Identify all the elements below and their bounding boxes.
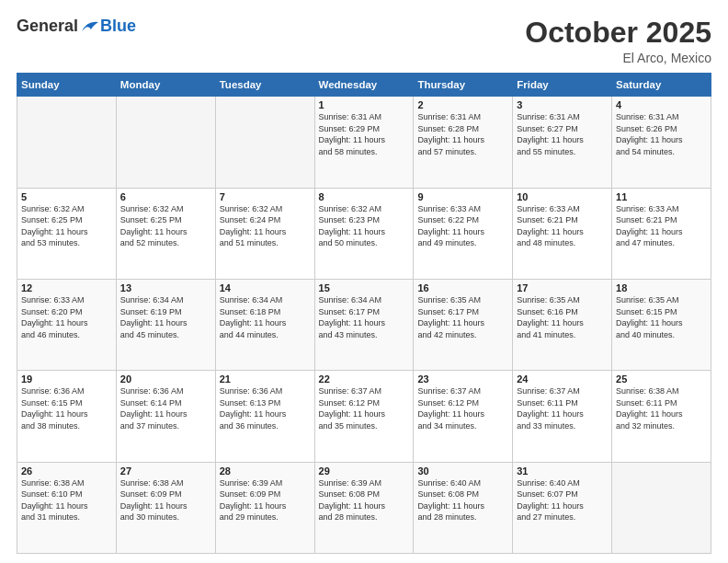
day-info: Sunrise: 6:33 AM Sunset: 6:21 PM Dayligh…	[517, 203, 608, 249]
page: General Blue October 2025 El Arco, Mexic…	[0, 0, 728, 563]
col-monday: Monday	[116, 74, 215, 97]
day-info: Sunrise: 6:36 AM Sunset: 6:14 PM Dayligh…	[120, 385, 211, 431]
day-info: Sunrise: 6:32 AM Sunset: 6:25 PM Dayligh…	[21, 203, 112, 249]
day-info: Sunrise: 6:36 AM Sunset: 6:13 PM Dayligh…	[220, 385, 311, 431]
day-cell-17: 15Sunrise: 6:34 AM Sunset: 6:17 PM Dayli…	[314, 279, 414, 370]
day-info: Sunrise: 6:38 AM Sunset: 6:11 PM Dayligh…	[616, 385, 707, 431]
day-info: Sunrise: 6:39 AM Sunset: 6:09 PM Dayligh…	[220, 477, 311, 523]
day-info: Sunrise: 6:35 AM Sunset: 6:17 PM Dayligh…	[417, 294, 508, 340]
day-number: 19	[21, 373, 112, 385]
day-cell-33: 31Sunrise: 6:40 AM Sunset: 6:07 PM Dayli…	[513, 462, 612, 553]
day-number: 14	[220, 282, 311, 293]
day-cell-20: 18Sunrise: 6:35 AM Sunset: 6:15 PM Dayli…	[612, 279, 711, 370]
day-info: Sunrise: 6:31 AM Sunset: 6:29 PM Dayligh…	[319, 111, 410, 157]
week-row-3: 12Sunrise: 6:33 AM Sunset: 6:20 PM Dayli…	[17, 279, 711, 370]
day-cell-4: 2Sunrise: 6:31 AM Sunset: 6:28 PM Daylig…	[414, 97, 513, 188]
day-number: 17	[517, 282, 608, 293]
day-cell-18: 16Sunrise: 6:35 AM Sunset: 6:17 PM Dayli…	[414, 279, 513, 370]
day-info: Sunrise: 6:33 AM Sunset: 6:22 PM Dayligh…	[417, 203, 508, 249]
day-info: Sunrise: 6:33 AM Sunset: 6:20 PM Dayligh…	[21, 294, 112, 340]
day-number: 23	[417, 373, 508, 385]
col-saturday: Saturday	[612, 74, 711, 97]
logo: General Blue	[17, 17, 136, 36]
week-row-2: 5Sunrise: 6:32 AM Sunset: 6:25 PM Daylig…	[17, 188, 711, 279]
day-cell-23: 21Sunrise: 6:36 AM Sunset: 6:13 PM Dayli…	[215, 371, 314, 462]
week-row-4: 19Sunrise: 6:36 AM Sunset: 6:15 PM Dayli…	[17, 371, 711, 462]
day-cell-27: 25Sunrise: 6:38 AM Sunset: 6:11 PM Dayli…	[612, 371, 711, 462]
col-friday: Friday	[513, 74, 612, 97]
day-info: Sunrise: 6:34 AM Sunset: 6:17 PM Dayligh…	[319, 294, 410, 340]
day-number: 4	[616, 99, 707, 110]
day-info: Sunrise: 6:40 AM Sunset: 6:07 PM Dayligh…	[517, 477, 608, 523]
col-sunday: Sunday	[17, 74, 117, 97]
header: General Blue October 2025 El Arco, Mexic…	[17, 17, 711, 65]
title-block: October 2025 El Arco, Mexico	[525, 17, 711, 65]
day-cell-11: 9Sunrise: 6:33 AM Sunset: 6:22 PM Daylig…	[414, 188, 513, 279]
day-cell-6: 4Sunrise: 6:31 AM Sunset: 6:26 PM Daylig…	[612, 97, 711, 188]
day-info: Sunrise: 6:35 AM Sunset: 6:16 PM Dayligh…	[517, 294, 608, 340]
day-info: Sunrise: 6:36 AM Sunset: 6:15 PM Dayligh…	[21, 385, 112, 431]
day-cell-19: 17Sunrise: 6:35 AM Sunset: 6:16 PM Dayli…	[513, 279, 612, 370]
day-cell-32: 30Sunrise: 6:40 AM Sunset: 6:08 PM Dayli…	[414, 462, 513, 553]
day-info: Sunrise: 6:37 AM Sunset: 6:12 PM Dayligh…	[417, 385, 508, 431]
day-info: Sunrise: 6:31 AM Sunset: 6:27 PM Dayligh…	[517, 111, 608, 157]
day-number: 16	[417, 282, 508, 293]
day-number: 27	[120, 465, 211, 477]
day-info: Sunrise: 6:34 AM Sunset: 6:18 PM Dayligh…	[220, 294, 311, 340]
day-number: 1	[319, 99, 410, 110]
day-cell-34	[612, 462, 711, 553]
day-cell-24: 22Sunrise: 6:37 AM Sunset: 6:12 PM Dayli…	[314, 371, 414, 462]
logo-general: General	[17, 17, 78, 36]
calendar-table: Sunday Monday Tuesday Wednesday Thursday…	[17, 73, 711, 554]
day-cell-26: 24Sunrise: 6:37 AM Sunset: 6:11 PM Dayli…	[513, 371, 612, 462]
day-number: 12	[21, 282, 112, 293]
day-info: Sunrise: 6:31 AM Sunset: 6:28 PM Dayligh…	[417, 111, 508, 157]
day-number: 2	[417, 99, 508, 110]
day-cell-10: 8Sunrise: 6:32 AM Sunset: 6:23 PM Daylig…	[314, 188, 414, 279]
day-info: Sunrise: 6:34 AM Sunset: 6:19 PM Dayligh…	[120, 294, 211, 340]
day-number: 29	[319, 465, 410, 477]
day-info: Sunrise: 6:32 AM Sunset: 6:23 PM Dayligh…	[319, 203, 410, 249]
day-number: 13	[120, 282, 211, 293]
day-cell-30: 28Sunrise: 6:39 AM Sunset: 6:09 PM Dayli…	[215, 462, 314, 553]
logo-bird-icon	[80, 18, 100, 35]
day-cell-3: 1Sunrise: 6:31 AM Sunset: 6:29 PM Daylig…	[314, 97, 414, 188]
day-number: 22	[319, 373, 410, 385]
day-cell-13: 11Sunrise: 6:33 AM Sunset: 6:21 PM Dayli…	[612, 188, 711, 279]
week-row-1: 1Sunrise: 6:31 AM Sunset: 6:29 PM Daylig…	[17, 97, 711, 188]
day-info: Sunrise: 6:38 AM Sunset: 6:10 PM Dayligh…	[21, 477, 112, 523]
location: El Arco, Mexico	[525, 51, 711, 65]
day-number: 8	[319, 191, 410, 202]
day-cell-14: 12Sunrise: 6:33 AM Sunset: 6:20 PM Dayli…	[17, 279, 117, 370]
day-cell-8: 6Sunrise: 6:32 AM Sunset: 6:25 PM Daylig…	[116, 188, 215, 279]
day-cell-25: 23Sunrise: 6:37 AM Sunset: 6:12 PM Dayli…	[414, 371, 513, 462]
day-number: 28	[220, 465, 311, 477]
day-number: 6	[120, 191, 211, 202]
day-cell-31: 29Sunrise: 6:39 AM Sunset: 6:08 PM Dayli…	[314, 462, 414, 553]
day-number: 9	[417, 191, 508, 202]
day-info: Sunrise: 6:35 AM Sunset: 6:15 PM Dayligh…	[616, 294, 707, 340]
day-cell-22: 20Sunrise: 6:36 AM Sunset: 6:14 PM Dayli…	[116, 371, 215, 462]
day-cell-12: 10Sunrise: 6:33 AM Sunset: 6:21 PM Dayli…	[513, 188, 612, 279]
day-number: 10	[517, 191, 608, 202]
col-thursday: Thursday	[414, 74, 513, 97]
day-number: 18	[616, 282, 707, 293]
day-cell-0	[17, 97, 117, 188]
day-cell-16: 14Sunrise: 6:34 AM Sunset: 6:18 PM Dayli…	[215, 279, 314, 370]
day-info: Sunrise: 6:33 AM Sunset: 6:21 PM Dayligh…	[616, 203, 707, 249]
day-number: 3	[517, 99, 608, 110]
day-cell-21: 19Sunrise: 6:36 AM Sunset: 6:15 PM Dayli…	[17, 371, 117, 462]
day-number: 20	[120, 373, 211, 385]
col-wednesday: Wednesday	[314, 74, 414, 97]
col-tuesday: Tuesday	[215, 74, 314, 97]
day-cell-2	[215, 97, 314, 188]
day-info: Sunrise: 6:40 AM Sunset: 6:08 PM Dayligh…	[417, 477, 508, 523]
day-number: 15	[319, 282, 410, 293]
day-info: Sunrise: 6:39 AM Sunset: 6:08 PM Dayligh…	[319, 477, 410, 523]
month-title: October 2025	[525, 17, 711, 49]
day-number: 30	[417, 465, 508, 477]
day-cell-1	[116, 97, 215, 188]
day-cell-15: 13Sunrise: 6:34 AM Sunset: 6:19 PM Dayli…	[116, 279, 215, 370]
day-info: Sunrise: 6:37 AM Sunset: 6:11 PM Dayligh…	[517, 385, 608, 431]
day-info: Sunrise: 6:38 AM Sunset: 6:09 PM Dayligh…	[120, 477, 211, 523]
